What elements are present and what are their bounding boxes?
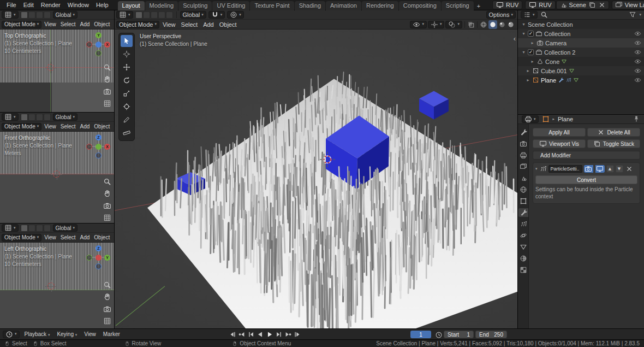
- mode-dropdown[interactable]: Object Mode▾: [116, 21, 159, 28]
- menu-object[interactable]: Object: [92, 234, 111, 240]
- outliner-row-collection[interactable]: ▾ ✓ Collection: [518, 29, 644, 38]
- options-dropdown[interactable]: Options▾: [486, 11, 516, 19]
- tab-sculpting[interactable]: Sculpting: [178, 1, 212, 10]
- select-mode-icons[interactable]: [21, 114, 51, 121]
- axis-y-positive[interactable]: Y: [104, 255, 110, 261]
- orientation-dropdown[interactable]: Global▾: [180, 11, 206, 19]
- tab-modeling[interactable]: Modeling: [145, 1, 178, 10]
- axis-z-negative[interactable]: [96, 263, 102, 269]
- prop-tab-tool[interactable]: [518, 128, 528, 137]
- snapping-dropdown[interactable]: ▾: [208, 11, 225, 19]
- select-mode-icons[interactable]: [21, 225, 51, 232]
- select-mode-icons[interactable]: [135, 11, 173, 19]
- toggle-ortho-icon[interactable]: [103, 214, 111, 222]
- menu-object[interactable]: Object: [92, 21, 111, 27]
- prop-tab-material[interactable]: [518, 254, 528, 263]
- filter-icon[interactable]: [629, 11, 636, 19]
- menu-add[interactable]: Add: [79, 123, 92, 130]
- menu-edit[interactable]: Edit: [20, 1, 37, 9]
- orientation-dropdown[interactable]: Global▾: [53, 113, 77, 121]
- menu-object[interactable]: Object: [92, 123, 111, 130]
- shading-solid-active[interactable]: [488, 20, 497, 29]
- menu-select[interactable]: Select: [179, 21, 200, 28]
- mode-dropdown[interactable]: Object Mode▾: [2, 123, 41, 131]
- eye-icon[interactable]: [634, 49, 641, 56]
- prop-tab-physics[interactable]: [518, 231, 528, 240]
- collection-checkbox[interactable]: ✓: [528, 49, 534, 55]
- tab-uv-editing[interactable]: UV Editing: [212, 1, 249, 10]
- visibility-dropdown[interactable]: ▾: [410, 21, 427, 28]
- viewport-top-canvas[interactable]: Top Orthographic (1) Scene Collection | …: [0, 30, 114, 112]
- expand-icon[interactable]: ▾: [521, 50, 526, 55]
- axis-y-positive[interactable]: Y: [96, 32, 102, 38]
- prop-tab-object[interactable]: [518, 197, 528, 205]
- zoom-icon[interactable]: [103, 178, 111, 186]
- pan-icon[interactable]: [103, 190, 111, 198]
- tab-texture-paint[interactable]: Texture Paint: [250, 1, 294, 10]
- outliner-row-cone[interactable]: ▸ Cone: [518, 57, 644, 66]
- expand-icon[interactable]: ▸: [530, 40, 535, 45]
- menu-add[interactable]: Add: [79, 21, 92, 27]
- next-frame-button[interactable]: [275, 330, 283, 338]
- delete-all-button[interactable]: Delete All: [587, 128, 640, 137]
- outliner-row-camera[interactable]: ▸ Camera: [518, 38, 644, 48]
- axis-y-negative[interactable]: [96, 50, 102, 56]
- editor-type-dropdown[interactable]: ▾: [116, 11, 133, 19]
- jump-to-end-button[interactable]: [293, 330, 301, 338]
- tool-box-select[interactable]: [121, 35, 133, 47]
- tab-layout[interactable]: Layout: [118, 1, 145, 10]
- editor-type-dropdown[interactable]: ▾: [2, 113, 19, 121]
- panel-expand-icon[interactable]: ▾: [535, 167, 538, 171]
- eye-icon[interactable]: [634, 67, 641, 74]
- tool-transform[interactable]: [121, 101, 133, 113]
- scene-3d[interactable]: [115, 30, 517, 328]
- move-down-button[interactable]: ▼: [616, 165, 623, 173]
- prop-tab-texture[interactable]: [518, 266, 528, 274]
- expand-icon[interactable]: ▸: [530, 59, 535, 64]
- main-canvas[interactable]: User Perspective (1) Scene Collection | …: [115, 30, 517, 328]
- menu-view[interactable]: View: [43, 123, 58, 130]
- outliner-row-plane[interactable]: ▸ Plane: [518, 75, 644, 85]
- viewport-visibility-toggle[interactable]: [595, 165, 605, 173]
- prev-keyframe-button[interactable]: [237, 330, 246, 338]
- editor-type-dropdown[interactable]: ▾: [2, 11, 19, 19]
- expand-icon[interactable]: ▾: [521, 22, 526, 27]
- prop-tab-view-layer[interactable]: [518, 162, 528, 171]
- pin-icon[interactable]: [633, 115, 640, 123]
- axis-gizmo[interactable]: Z X: [86, 134, 110, 158]
- camera-view-icon[interactable]: [103, 305, 111, 313]
- menu-view[interactable]: View: [43, 234, 58, 240]
- expand-icon[interactable]: ▸: [526, 78, 530, 83]
- tool-cursor[interactable]: [121, 48, 133, 60]
- axis-y-center[interactable]: [96, 144, 102, 150]
- menu-keying[interactable]: Keying ▾: [55, 331, 79, 337]
- axis-x-positive[interactable]: X: [104, 42, 110, 48]
- proportional-editing-dropdown[interactable]: ▾: [227, 11, 244, 19]
- jump-to-start-button[interactable]: [228, 330, 236, 338]
- axis-x-negative[interactable]: [86, 42, 92, 48]
- next-keyframe-button[interactable]: [284, 330, 292, 338]
- toggle-stack-button[interactable]: Toggle Stack: [587, 139, 640, 148]
- prop-tab-object-data[interactable]: [518, 243, 528, 251]
- shading-material-icon[interactable]: [498, 21, 506, 28]
- toggle-ortho-icon[interactable]: [103, 99, 111, 108]
- axis-gizmo[interactable]: Z Y: [86, 245, 110, 269]
- new-scene-icon[interactable]: [588, 1, 596, 9]
- outliner-row-cube-001[interactable]: ▸ Cube.001: [518, 66, 644, 75]
- viewport-vis-button[interactable]: Viewport Vis: [533, 139, 586, 148]
- prop-tab-output[interactable]: [518, 151, 528, 160]
- shading-wireframe-icon[interactable]: [480, 21, 487, 28]
- frame-end-field[interactable]: End250: [475, 331, 507, 338]
- ruv-button-2[interactable]: RUV: [525, 1, 555, 9]
- axis-z-center[interactable]: [96, 42, 102, 48]
- menu-view[interactable]: View: [82, 331, 98, 337]
- pan-icon[interactable]: [103, 293, 111, 301]
- tool-measure[interactable]: [121, 127, 133, 139]
- editor-type-dropdown[interactable]: ▾: [522, 115, 539, 123]
- collection-checkbox[interactable]: ✓: [528, 31, 534, 37]
- tab-scripting[interactable]: Scripting: [442, 1, 474, 10]
- editor-type-dropdown[interactable]: ▾: [521, 11, 538, 19]
- axis-z-positive[interactable]: Z: [96, 134, 102, 140]
- gizmos-dropdown[interactable]: ▾: [428, 21, 445, 28]
- mode-dropdown[interactable]: Object Mode▾: [2, 234, 41, 242]
